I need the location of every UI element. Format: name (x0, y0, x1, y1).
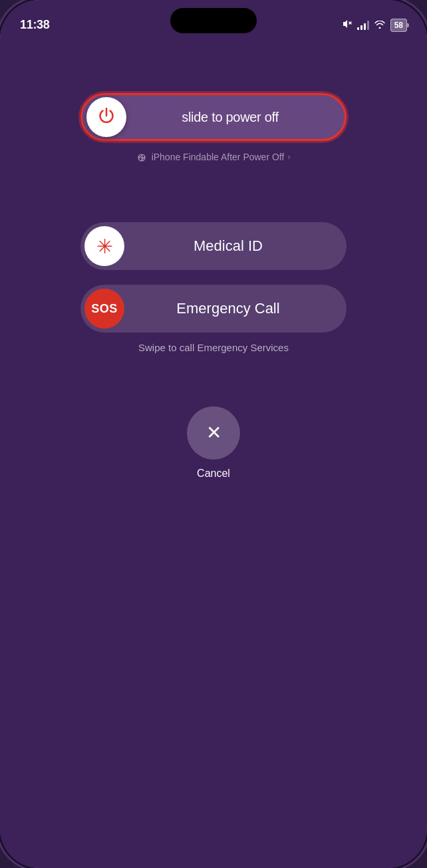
main-content: slide to power off iPhone Findable After… (0, 40, 427, 868)
signal-icon (357, 21, 369, 30)
cancel-button[interactable]: ✕ (187, 406, 240, 460)
medical-star-icon: ✳ (96, 235, 113, 258)
battery-indicator: 58 (390, 19, 407, 32)
sos-icon-container: SOS (84, 289, 124, 329)
medical-icon-container: ✳ (84, 226, 124, 266)
action-buttons: ✳ Medical ID SOS Emergency Call (80, 222, 347, 333)
swipe-hint: Swipe to call Emergency Services (138, 342, 289, 353)
medical-id-label: Medical ID (124, 237, 343, 255)
status-time: 11:38 (20, 18, 50, 32)
wifi-icon (374, 20, 385, 31)
findable-info[interactable]: iPhone Findable After Power Off › (137, 152, 291, 162)
slider-thumb (86, 97, 126, 137)
status-icons: 58 (343, 19, 407, 32)
power-off-slider[interactable]: slide to power off (80, 93, 347, 141)
status-bar: 11:38 (0, 0, 427, 40)
dynamic-island (170, 8, 257, 33)
cancel-label: Cancel (197, 468, 230, 480)
emergency-call-button[interactable]: SOS Emergency Call (80, 285, 347, 333)
slider-label: slide to power off (126, 110, 341, 125)
phone-frame: 11:38 (0, 0, 427, 868)
screen: 11:38 (0, 0, 427, 868)
findable-chevron: › (287, 152, 290, 162)
findable-prefix (137, 152, 148, 162)
medical-id-button[interactable]: ✳ Medical ID (80, 222, 347, 270)
findable-text: iPhone Findable After Power Off (152, 152, 285, 162)
mute-icon (343, 19, 352, 31)
cancel-icon: ✕ (206, 424, 221, 442)
cancel-section: ✕ Cancel (187, 406, 240, 480)
power-icon (97, 106, 116, 128)
sos-text: SOS (91, 302, 118, 316)
battery-level: 58 (394, 21, 403, 30)
emergency-call-label: Emergency Call (124, 300, 343, 317)
